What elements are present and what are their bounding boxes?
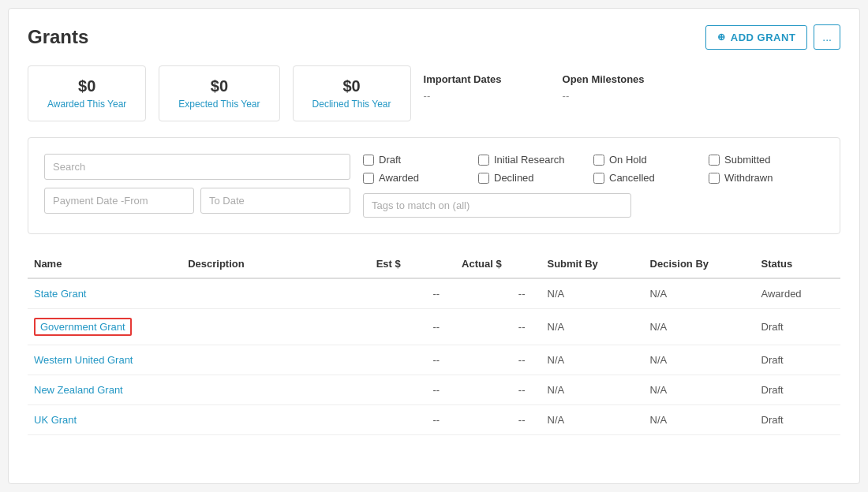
grant-status-cell: Draft bbox=[755, 345, 840, 375]
open-milestones-value: -- bbox=[563, 90, 689, 102]
checkbox-initial-research-input[interactable] bbox=[478, 155, 489, 166]
col-header-submit: Submit By bbox=[541, 250, 644, 278]
stat-awarded: $0 Awarded This Year bbox=[28, 65, 146, 121]
add-grant-button[interactable]: ⊕ ADD GRANT bbox=[705, 25, 807, 50]
grant-decision-cell: N/A bbox=[644, 278, 755, 309]
checkbox-on-hold-input[interactable] bbox=[593, 155, 604, 166]
open-milestones-title: Open Milestones bbox=[563, 73, 689, 85]
table-row: State Grant -- -- N/A N/A Awarded bbox=[28, 278, 840, 309]
grant-desc-cell bbox=[181, 309, 370, 345]
checkbox-awarded-input[interactable] bbox=[363, 173, 374, 184]
date-from-input[interactable] bbox=[44, 188, 194, 214]
add-icon: ⊕ bbox=[717, 32, 726, 43]
grant-actual-cell: -- bbox=[455, 375, 541, 405]
checkbox-declined[interactable]: Declined bbox=[478, 172, 593, 184]
table-body: State Grant -- -- N/A N/A Awarded Govern… bbox=[28, 278, 840, 435]
grant-decision-cell: N/A bbox=[644, 345, 755, 375]
col-header-est: Est $ bbox=[370, 250, 455, 278]
grant-decision-cell: N/A bbox=[644, 375, 755, 405]
checkbox-draft[interactable]: Draft bbox=[363, 154, 478, 166]
grant-actual-cell: -- bbox=[455, 278, 541, 309]
stat-declined: $0 Declined This Year bbox=[293, 65, 411, 121]
page-container: Grants ⊕ ADD GRANT ... $0 Awarded This Y… bbox=[8, 8, 860, 484]
filter-left bbox=[44, 154, 350, 214]
search-input[interactable] bbox=[44, 154, 350, 180]
grant-desc-cell bbox=[181, 345, 370, 375]
header-actions: ⊕ ADD GRANT ... bbox=[705, 24, 840, 50]
grant-status-cell: Awarded bbox=[755, 278, 840, 309]
grant-desc-cell bbox=[181, 375, 370, 405]
state-grant-link[interactable]: State Grant bbox=[34, 288, 86, 300]
stat-expected-label: Expected This Year bbox=[178, 99, 260, 110]
col-header-actual: Actual $ bbox=[455, 250, 541, 278]
add-grant-label: ADD GRANT bbox=[731, 32, 796, 43]
more-options-button[interactable]: ... bbox=[814, 24, 840, 50]
col-header-decision: Decision By bbox=[644, 250, 755, 278]
government-grant-link[interactable]: Government Grant bbox=[34, 318, 132, 336]
checkbox-cancelled-input[interactable] bbox=[593, 173, 604, 184]
checkbox-awarded[interactable]: Awarded bbox=[363, 172, 478, 184]
checkbox-on-hold[interactable]: On Hold bbox=[593, 154, 709, 166]
grant-desc-cell bbox=[181, 405, 370, 435]
stat-awarded-amount: $0 bbox=[47, 77, 126, 95]
table-row: UK Grant -- -- N/A N/A Draft bbox=[28, 405, 840, 435]
col-header-status: Status bbox=[755, 250, 840, 278]
checkbox-declined-input[interactable] bbox=[478, 173, 489, 184]
grant-status-cell: Draft bbox=[755, 309, 840, 345]
checkbox-withdrawn[interactable]: Withdrawn bbox=[709, 172, 824, 184]
date-row bbox=[44, 188, 350, 214]
filter-right: Draft Initial Research On Hold Submitted bbox=[363, 154, 824, 218]
stat-declined-amount: $0 bbox=[312, 77, 391, 95]
important-dates-title: Important Dates bbox=[424, 73, 550, 85]
checkbox-grid: Draft Initial Research On Hold Submitted bbox=[363, 154, 824, 184]
new-zealand-grant-link[interactable]: New Zealand Grant bbox=[34, 384, 123, 396]
grant-desc-cell bbox=[181, 278, 370, 309]
grant-name-cell: State Grant bbox=[28, 278, 181, 309]
grant-submit-cell: N/A bbox=[541, 345, 644, 375]
table-row: Western United Grant -- -- N/A N/A Draft bbox=[28, 345, 840, 375]
grant-submit-cell: N/A bbox=[541, 375, 644, 405]
grants-table: Name Description Est $ Actual $ Submit B… bbox=[28, 250, 840, 435]
date-to-input[interactable] bbox=[200, 188, 350, 214]
stat-declined-label: Declined This Year bbox=[312, 99, 391, 110]
grant-name-cell: Government Grant bbox=[28, 309, 181, 345]
checkbox-cancelled[interactable]: Cancelled bbox=[593, 172, 709, 184]
checkbox-withdrawn-input[interactable] bbox=[709, 173, 720, 184]
checkbox-submitted-input[interactable] bbox=[709, 155, 720, 166]
grant-submit-cell: N/A bbox=[541, 405, 644, 435]
filter-section: Draft Initial Research On Hold Submitted bbox=[28, 137, 840, 234]
important-dates-value: -- bbox=[424, 90, 550, 102]
grant-status-cell: Draft bbox=[755, 405, 840, 435]
checkbox-on-hold-label: On Hold bbox=[609, 154, 647, 166]
stats-row: $0 Awarded This Year $0 Expected This Ye… bbox=[28, 65, 840, 121]
page-header: Grants ⊕ ADD GRANT ... bbox=[28, 24, 840, 50]
grant-status-cell: Draft bbox=[755, 375, 840, 405]
table-row: Government Grant -- -- N/A N/A Draft bbox=[28, 309, 840, 345]
grant-name-cell: UK Grant bbox=[28, 405, 181, 435]
checkbox-awarded-label: Awarded bbox=[379, 172, 419, 184]
checkbox-draft-input[interactable] bbox=[363, 155, 374, 166]
table-header: Name Description Est $ Actual $ Submit B… bbox=[28, 250, 840, 278]
grant-actual-cell: -- bbox=[455, 345, 541, 375]
col-header-description: Description bbox=[181, 250, 370, 278]
grant-name-cell: New Zealand Grant bbox=[28, 375, 181, 405]
grant-actual-cell: -- bbox=[455, 309, 541, 345]
checkbox-submitted[interactable]: Submitted bbox=[709, 154, 824, 166]
checkbox-draft-label: Draft bbox=[379, 154, 401, 166]
grant-submit-cell: N/A bbox=[541, 278, 644, 309]
checkbox-cancelled-label: Cancelled bbox=[609, 172, 655, 184]
page-title: Grants bbox=[28, 26, 88, 48]
checkbox-withdrawn-label: Withdrawn bbox=[724, 172, 773, 184]
uk-grant-link[interactable]: UK Grant bbox=[34, 414, 77, 426]
open-milestones: Open Milestones -- bbox=[563, 65, 689, 110]
checkbox-initial-research[interactable]: Initial Research bbox=[478, 154, 593, 166]
grant-name-cell: Western United Grant bbox=[28, 345, 181, 375]
grant-est-cell: -- bbox=[370, 405, 455, 435]
western-united-grant-link[interactable]: Western United Grant bbox=[34, 354, 133, 366]
grant-est-cell: -- bbox=[370, 375, 455, 405]
grant-est-cell: -- bbox=[370, 309, 455, 345]
col-header-name: Name bbox=[28, 250, 181, 278]
grant-decision-cell: N/A bbox=[644, 405, 755, 435]
table-section: Name Description Est $ Actual $ Submit B… bbox=[28, 250, 840, 435]
tags-input[interactable] bbox=[363, 193, 631, 218]
